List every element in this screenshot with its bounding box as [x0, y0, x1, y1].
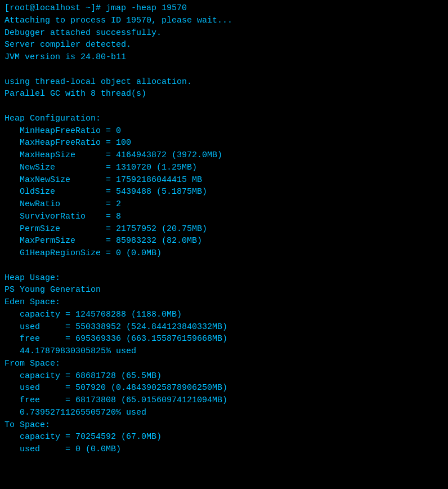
terminal-line: used = 507920 (0.48439025878906250MB) [5, 382, 443, 394]
terminal-line: capacity = 1245708288 (1188.0MB) [5, 309, 443, 321]
terminal-line: free = 68173808 (65.01560974121094MB) [5, 394, 443, 407]
terminal-line: JVM version is 24.80-b11 [5, 51, 443, 64]
terminal-line: NewSize = 1310720 (1.25MB) [5, 162, 443, 174]
terminal-line: OldSize = 5439488 (5.1875MB) [5, 186, 443, 198]
terminal-line: Debugger attached successfully. [5, 27, 443, 39]
terminal-line: MaxNewSize = 17592186044415 MB [5, 174, 443, 186]
terminal-line: Server compiler detected. [5, 39, 443, 51]
terminal-output: [root@localhost ~]# jmap -heap 19570Atta… [5, 2, 443, 456]
terminal-line: G1HeapRegionSize = 0 (0.0MB) [5, 247, 443, 260]
terminal-line: Parallel GC with 8 thread(s) [5, 88, 443, 100]
terminal-line: Eden Space: [5, 296, 443, 309]
terminal-line: MaxHeapSize = 4164943872 (3972.0MB) [5, 149, 443, 162]
terminal-line [5, 260, 443, 272]
terminal-line: using thread-local object allocation. [5, 76, 443, 88]
terminal-line: Heap Configuration: [5, 113, 443, 125]
terminal-line: capacity = 68681728 (65.5MB) [5, 370, 443, 383]
terminal-line: SurvivorRatio = 8 [5, 211, 443, 223]
terminal-line: NewRatio = 2 [5, 198, 443, 211]
terminal-line: Heap Usage: [5, 272, 443, 284]
terminal-line: used = 0 (0.0MB) [5, 443, 443, 456]
terminal-line: Attaching to process ID 19570, please wa… [5, 15, 443, 27]
terminal-line: capacity = 70254592 (67.0MB) [5, 431, 443, 443]
terminal-line: [root@localhost ~]# jmap -heap 19570 [5, 2, 443, 15]
terminal-line: To Space: [5, 419, 443, 432]
terminal-line: From Space: [5, 358, 443, 370]
terminal-line: 44.17879830305825% used [5, 345, 443, 358]
terminal-line: MinHeapFreeRatio = 0 [5, 125, 443, 137]
terminal-line: PS Young Generation [5, 284, 443, 296]
terminal-line: MaxPermSize = 85983232 (82.0MB) [5, 235, 443, 247]
terminal-line [5, 64, 443, 76]
terminal-line: 0.73952711265505720% used [5, 407, 443, 419]
terminal-line: used = 550338952 (524.844123840332MB) [5, 321, 443, 334]
terminal-line: free = 695369336 (663.155876159668MB) [5, 333, 443, 345]
terminal-line [5, 100, 443, 113]
terminal-line: MaxHeapFreeRatio = 100 [5, 137, 443, 149]
terminal-line: PermSize = 21757952 (20.75MB) [5, 223, 443, 235]
